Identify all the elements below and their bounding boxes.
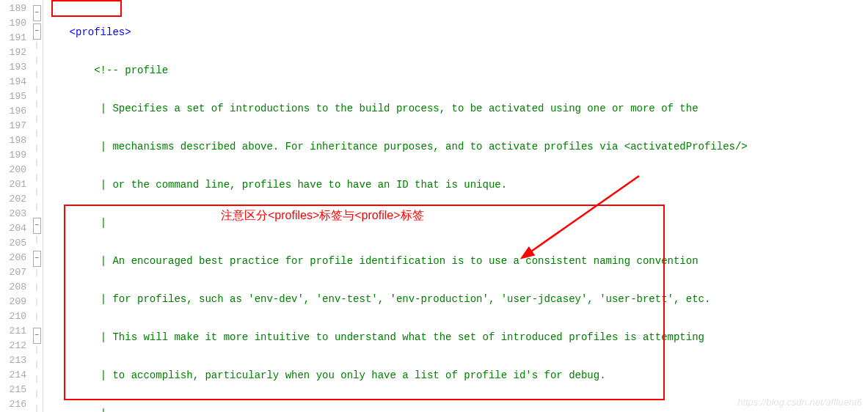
code-line[interactable]: | to accomplish, particularly when you o…: [45, 368, 868, 383]
fold-guide: |: [31, 38, 43, 53]
line-number: 206: [0, 251, 26, 265]
fold-gutter: − − | | | | | | | | | | | | − | − | | | …: [31, 0, 43, 412]
line-number: 203: [0, 207, 26, 221]
fold-guide: |: [31, 67, 43, 82]
fold-guide: |: [31, 170, 43, 185]
fold-toggle[interactable]: −: [31, 5, 43, 20]
code-line[interactable]: <!-- profile: [45, 63, 868, 78]
fold-guide: |: [31, 232, 43, 247]
code-line[interactable]: | This will make it more intuitive to un…: [45, 330, 868, 345]
code-line[interactable]: | mechanisms described above. For inheri…: [45, 139, 868, 154]
line-number: 190: [0, 16, 26, 31]
line-number: 199: [0, 148, 26, 163]
annotation-text: 注意区分<profiles>标签与<profile>标签: [221, 208, 424, 224]
line-number: 191: [0, 31, 26, 45]
line-number-gutter: 189 190 191 192 193 194 195 196 197 198 …: [0, 0, 31, 412]
fold-guide: |: [31, 372, 43, 386]
fold-guide: |: [31, 357, 43, 372]
line-number: 205: [0, 236, 26, 251]
line-number: 211: [0, 324, 26, 339]
fold-guide: |: [31, 97, 43, 111]
highlight-box-profiles: [51, 0, 122, 17]
comment-text: | Specifies a set of introductions to th…: [101, 103, 699, 114]
fold-toggle[interactable]: −: [31, 328, 43, 342]
fold-guide: |: [31, 126, 43, 141]
line-number: 192: [0, 45, 26, 60]
line-number: 202: [0, 192, 26, 207]
line-number: 194: [0, 75, 26, 89]
profiles-open-tag: <profiles>: [70, 26, 131, 38]
line-number: 214: [0, 368, 26, 383]
comment-text: | An encouraged best practice for profil…: [101, 255, 699, 267]
fold-guide: |: [31, 111, 43, 126]
code-line[interactable]: | An encouraged best practice for profil…: [45, 254, 868, 268]
comment-text: |: [101, 217, 106, 229]
line-number: 209: [0, 295, 26, 309]
fold-guide: |: [31, 155, 43, 170]
fold-guide: |: [31, 280, 43, 295]
comment-text: | This will make it more intuitive to un…: [101, 331, 704, 343]
fold-guide: |: [31, 265, 43, 280]
line-number: 197: [0, 119, 26, 133]
line-number: 210: [0, 309, 26, 324]
comment-text: | or the command line, profiles have to …: [101, 179, 508, 191]
code-line[interactable]: |: [45, 216, 868, 230]
fold-guide: |: [31, 82, 43, 97]
fold-guide: |: [31, 309, 43, 324]
fold-guide: |: [31, 199, 43, 214]
fold-guide: |: [31, 295, 43, 309]
fold-guide: |: [31, 185, 43, 199]
line-number: 200: [0, 163, 26, 177]
fold-guide: |: [31, 141, 43, 155]
fold-toggle[interactable]: −: [31, 23, 43, 38]
gutter-divider: [43, 0, 43, 412]
code-content[interactable]: <profiles> <!-- profile | Specifies a se…: [45, 0, 868, 412]
fold-toggle[interactable]: −: [31, 218, 43, 232]
fold-guide: |: [31, 386, 43, 401]
comment-text: | for profiles, such as 'env-dev', 'env-…: [101, 293, 711, 305]
line-number: 216: [0, 397, 26, 412]
code-line[interactable]: | for profiles, such as 'env-dev', 'env-…: [45, 292, 868, 306]
fold-guide: |: [31, 401, 43, 412]
comment-text: <!-- profile: [94, 65, 168, 76]
line-number: 189: [0, 1, 26, 16]
line-number: 208: [0, 280, 26, 295]
comment-text: | mechanisms described above. For inheri…: [101, 141, 748, 152]
line-number: 207: [0, 265, 26, 280]
code-line[interactable]: <profiles>: [45, 25, 868, 40]
watermark-text: https://blog.csdn.net/affluent6: [737, 397, 862, 408]
fold-guide: |: [31, 342, 43, 357]
code-line[interactable]: | Specifies a set of introductions to th…: [45, 101, 868, 116]
line-number: 213: [0, 353, 26, 368]
line-number: 201: [0, 177, 26, 192]
line-number: 215: [0, 383, 26, 397]
line-number: 212: [0, 339, 26, 353]
fold-guide: |: [31, 53, 43, 67]
comment-text: |: [101, 408, 106, 412]
line-number: 195: [0, 89, 26, 104]
comment-text: | to accomplish, particularly when you o…: [101, 369, 606, 381]
code-line[interactable]: | or the command line, profiles have to …: [45, 177, 868, 192]
code-editor: 189 190 191 192 193 194 195 196 197 198 …: [0, 0, 868, 412]
fold-toggle[interactable]: −: [31, 251, 43, 265]
line-number: 198: [0, 133, 26, 148]
line-number: 193: [0, 60, 26, 75]
line-number: 204: [0, 221, 26, 236]
line-number: 196: [0, 104, 26, 119]
